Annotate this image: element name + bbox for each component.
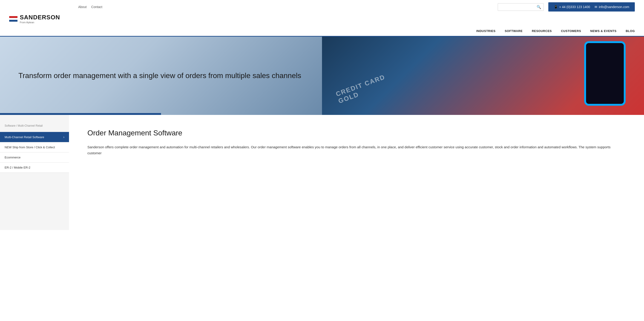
sidebar-item-ecommerce[interactable]: Ecommerce xyxy=(0,152,69,163)
search-input[interactable] xyxy=(500,5,536,9)
sidebar-item-er2[interactable]: ER-2 / Mobile ER-2 xyxy=(0,163,69,173)
contact-link[interactable]: Contact xyxy=(91,5,102,9)
svg-rect-1 xyxy=(9,18,18,20)
card-text: CREDIT CARDGOLD xyxy=(335,73,389,105)
phone-image xyxy=(584,41,626,106)
email-address: info@sanderson.com xyxy=(599,5,629,9)
intro-text: Sanderson offers complete order manageme… xyxy=(88,144,626,156)
top-links: About Contact xyxy=(78,5,102,9)
nav-software[interactable]: SOFTWARE xyxy=(504,29,522,33)
email-icon: ✉ xyxy=(594,5,597,9)
sidebar-label-ecommerce: Ecommerce xyxy=(4,156,20,159)
about-link[interactable]: About xyxy=(78,5,87,9)
main-content: Order Management Software Sanderson offe… xyxy=(69,115,644,230)
email-info: ✉ info@sanderson.com xyxy=(594,5,629,9)
logo[interactable]: SANDERSON From Aptean xyxy=(9,14,60,24)
nav-resources[interactable]: RESOURCES xyxy=(532,29,552,33)
svg-rect-0 xyxy=(9,16,18,18)
hero-section: Transform order management with a single… xyxy=(0,37,644,115)
site-header: SANDERSON From Aptean xyxy=(0,14,644,26)
search-button[interactable]: 🔍 xyxy=(536,5,541,9)
sidebar-item-multichannel[interactable]: Multi-Channel Retail Software › xyxy=(0,132,69,142)
top-bar: About Contact 🔍 📱 + 44 (0)333 123 1400 ✉… xyxy=(0,0,644,14)
brand-name: SANDERSON xyxy=(20,14,60,21)
nav-customers[interactable]: CUSTOMERS xyxy=(561,29,581,33)
sidebar: Software / Multi-Channel Retail Multi-Ch… xyxy=(0,115,69,230)
sidebar-item-shipstore[interactable]: NEW Ship from Store / Click & Collect xyxy=(0,142,69,152)
phone-icon: 📱 xyxy=(554,5,558,9)
hero-heading: Transform order management with a single… xyxy=(18,71,301,81)
phone-number: + 44 (0)333 123 1400 xyxy=(559,5,590,9)
page-title: Order Management Software xyxy=(88,129,626,137)
main-nav: INDUSTRIES SOFTWARE RESOURCES CUSTOMERS … xyxy=(0,26,644,37)
chevron-icon: › xyxy=(63,135,64,139)
hero-image-panel: CREDIT CARDGOLD xyxy=(322,37,644,115)
logo-flag-icon xyxy=(9,16,18,22)
nav-blog[interactable]: BLOG xyxy=(626,29,635,33)
contact-bar: 📱 + 44 (0)333 123 1400 ✉ info@sanderson.… xyxy=(548,2,635,12)
breadcrumb: Software / Multi-Channel Retail xyxy=(0,124,69,132)
sidebar-label-shipstore: NEW Ship from Store / Click & Collect xyxy=(4,145,55,149)
logo-text: SANDERSON From Aptean xyxy=(20,14,60,24)
search-box[interactable]: 🔍 xyxy=(498,3,544,11)
sidebar-label-er2: ER-2 / Mobile ER-2 xyxy=(4,166,30,169)
nav-industries[interactable]: INDUSTRIES xyxy=(476,29,496,33)
nav-news-events[interactable]: NEWS & EVENTS xyxy=(590,29,616,33)
phone-info: 📱 + 44 (0)333 123 1400 xyxy=(554,5,590,9)
content-area: Software / Multi-Channel Retail Multi-Ch… xyxy=(0,115,644,230)
brand-sub: From Aptean xyxy=(20,21,60,24)
hero-bottom-bar xyxy=(0,113,161,115)
hero-text-panel: Transform order management with a single… xyxy=(0,37,322,115)
svg-rect-2 xyxy=(9,20,18,22)
sidebar-label-multichannel: Multi-Channel Retail Software xyxy=(4,135,44,139)
